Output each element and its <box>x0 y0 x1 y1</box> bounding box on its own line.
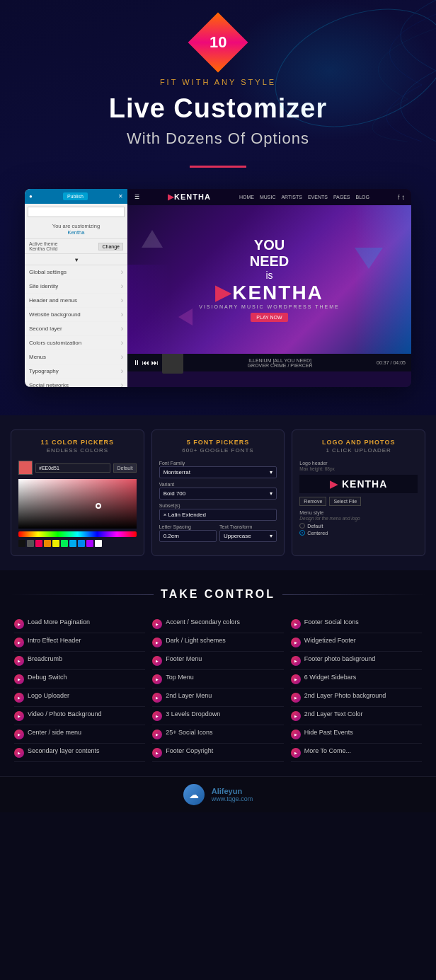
menu-header-menus[interactable]: Header and menus › <box>25 294 127 308</box>
watermark-url: www.tqge.com <box>212 795 253 802</box>
prev-icon[interactable]: ⏮ <box>142 359 149 367</box>
hue-slider[interactable] <box>18 531 137 537</box>
bullet-icon <box>152 619 162 629</box>
swatch-black[interactable] <box>18 540 25 547</box>
chevron-down-icon: ▾ <box>270 469 272 475</box>
watermark-content: Alifeyun www.tqge.com <box>212 787 253 802</box>
preview-logo: ▶KENTHA <box>168 192 211 202</box>
feature-text: Footer Social Icons <box>304 618 359 627</box>
text-transform-row: Text Transform Uppercase ▾ <box>219 524 277 542</box>
spacing-input[interactable]: 0.2em <box>159 530 217 542</box>
feature-text: Footer Menu <box>166 655 202 664</box>
bullet-icon <box>152 693 162 703</box>
bullet-icon <box>291 693 301 703</box>
bullet-icon <box>14 693 24 703</box>
logo-header-label: Logo header <box>299 461 418 466</box>
arrow-icon: › <box>121 268 123 276</box>
color-circle-handle <box>96 503 101 509</box>
remove-logo-button[interactable]: Remove <box>299 497 326 506</box>
bullet-icon <box>14 674 24 684</box>
feature-hide-events: Hide Past Events <box>291 725 422 744</box>
menu-social[interactable]: Social networks › <box>25 379 127 387</box>
arrow-icon: › <box>121 367 123 375</box>
feature-2nd-layer-photo: 2nd Layer Photo background <box>291 688 422 707</box>
features-grid: 11 COLOR PICKERS ENDLESS COLORS #EE0d51 … <box>11 430 425 556</box>
feature-text: Logo Uploader <box>28 692 69 701</box>
font-variant-label: Variant <box>159 482 277 487</box>
swatch-blue[interactable] <box>78 540 85 547</box>
transform-select[interactable]: Uppercase ▾ <box>219 530 277 542</box>
font-family-select[interactable]: Montserrat ▾ <box>159 466 277 478</box>
swatch-orange[interactable] <box>44 540 51 547</box>
bullet-icon <box>14 748 24 758</box>
header-line-right <box>282 594 425 595</box>
hero-tagline: VISIONARY MUSIC WORDPRESS THEME <box>199 304 340 309</box>
feature-video-photo: Video / Photo Background <box>14 707 145 725</box>
swatch-purple[interactable] <box>86 540 93 547</box>
next-icon[interactable]: ⏭ <box>151 359 159 367</box>
hero-you-need: YOUNEED <box>199 237 340 270</box>
hero-subtitle: With Dozens Of Options <box>14 129 422 148</box>
header-line-left <box>11 594 154 595</box>
feature-text: Intro Effect Header <box>28 637 81 645</box>
radio-default[interactable]: Default <box>299 523 418 529</box>
select-file-button[interactable]: Select File <box>329 497 361 506</box>
swatch-green[interactable] <box>61 540 68 547</box>
watermark-text: Alifeyun <box>212 787 253 795</box>
feature-breadcrumb: Breadcrumb <box>14 652 145 670</box>
deco-triangle-1 <box>142 219 163 248</box>
font-variant-select[interactable]: Bold 700 ▾ <box>159 488 277 500</box>
feature-text: 6 Widget Sidebars <box>304 674 357 682</box>
font-subsets-select[interactable]: × Latin Extended <box>159 509 277 521</box>
swatch-white[interactable] <box>95 540 102 547</box>
logo-photos-box: LOGO AND PHOTOS 1 CLICK UPLOADER Logo he… <box>292 430 425 556</box>
theme-child: Kentha Child <box>29 246 57 251</box>
feature-widgetized-footer: Widgetized Footer <box>291 633 422 652</box>
deco-triangle-3 <box>170 309 193 325</box>
bullet-icon <box>291 674 301 684</box>
menu-menus[interactable]: Menus › <box>25 350 127 364</box>
feature-text: 3 Levels Dropdown <box>166 710 220 719</box>
color-default-button[interactable]: Default <box>113 463 136 473</box>
search-input[interactable] <box>28 207 125 217</box>
publish-button[interactable]: Publish <box>63 192 88 200</box>
menu-website-background[interactable]: Website background › <box>25 308 127 322</box>
feature-text: Widgetized Footer <box>304 637 356 645</box>
swatch-red[interactable] <box>35 540 42 547</box>
menu-colors[interactable]: Colors customization › <box>25 336 127 350</box>
menu-typography[interactable]: Typography › <box>25 364 127 379</box>
logo-box-subtitle: 1 CLICK UPLOADER <box>299 447 418 454</box>
feature-more-to-come: More To Come... <box>291 744 422 762</box>
color-hex-value: #EE0d51 <box>35 463 110 473</box>
swatch-cyan[interactable] <box>69 540 76 547</box>
radio-dot-default <box>299 523 305 529</box>
change-theme-button[interactable]: Change <box>98 243 123 250</box>
bullet-icon <box>291 638 301 647</box>
feature-text: Load More Pagination <box>28 618 90 627</box>
radio-centered[interactable]: Centered <box>299 530 418 536</box>
logo-box-title: LOGO AND PHOTOS <box>299 439 418 446</box>
album-art <box>162 352 183 374</box>
chevron-down-icon: ▾ <box>270 490 272 497</box>
features-col-2: Accent / Secondary colors Dark / Light s… <box>149 615 287 762</box>
feature-secondary-layer: Secondary layer contents <box>14 744 145 762</box>
menu-site-identity[interactable]: Site identity › <box>25 279 127 294</box>
play-now-button[interactable]: PLAY NOW <box>251 313 287 322</box>
wp-sidebar: ● Publish ✕ You are customizing Kentha A… <box>25 189 127 387</box>
bullet-icon <box>152 711 162 721</box>
smoke-effect-left <box>127 265 170 354</box>
pause-icon[interactable]: ⏸ <box>133 359 140 367</box>
swatch-gray[interactable] <box>27 540 34 547</box>
spacing-label: Letter Spacing <box>159 524 217 529</box>
color-gradient-picker[interactable] <box>18 479 137 529</box>
swatch-yellow[interactable] <box>52 540 59 547</box>
font-family-row: Font Family Montserrat ▾ <box>159 461 277 478</box>
menu-global-settings[interactable]: Global settings › <box>25 265 127 279</box>
feature-text: Secondary layer contents <box>28 747 100 756</box>
feature-text: Center / side menu <box>28 729 81 737</box>
fit-label: FIT WITH ANY STYLE <box>14 78 422 86</box>
menu-style-label: Menu style <box>299 510 418 515</box>
menu-second-layer[interactable]: Second layer › <box>25 322 127 336</box>
feature-text: Breadcrumb <box>28 655 62 664</box>
bullet-icon <box>152 656 162 666</box>
